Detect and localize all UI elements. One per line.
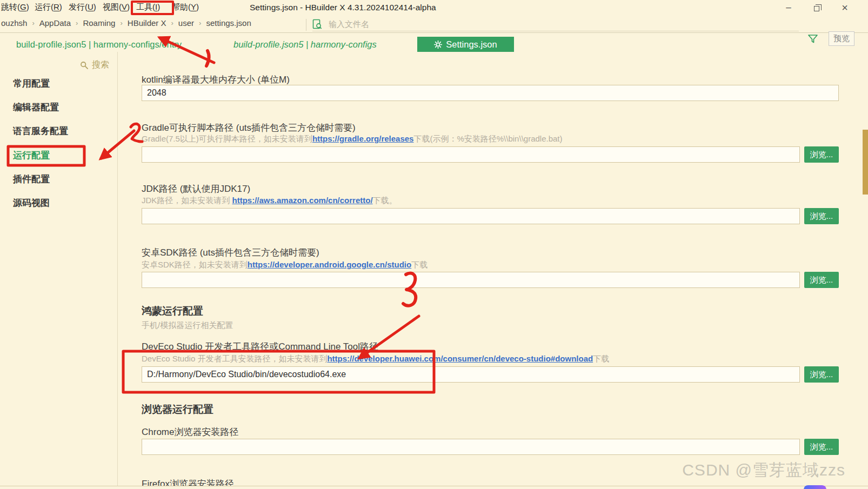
sidebar-divider bbox=[117, 52, 118, 486]
watermark: CSDN @雪芽蓝域zzs bbox=[682, 459, 845, 481]
sidebar-search-label: 搜索 bbox=[92, 59, 109, 71]
tab-bar: build-profile.json5 | harmony-configs/en… bbox=[0, 34, 868, 52]
breadcrumb: ouzhsh › AppData › Roaming › HBuilder X … bbox=[1, 18, 251, 28]
sidebar-item-language-config[interactable]: 语言服务配置 bbox=[13, 125, 68, 137]
breadcrumb-separator: › bbox=[120, 19, 122, 27]
browser-section-title: 浏览器运行配置 bbox=[142, 403, 213, 417]
toolbar-row: ouzhsh › AppData › Roaming › HBuilder X … bbox=[0, 15, 868, 33]
breadcrumb-item[interactable]: AppData bbox=[39, 18, 71, 28]
breadcrumb-separator: › bbox=[171, 19, 173, 27]
menu-item-tools[interactable]: 工具(I) bbox=[136, 2, 160, 12]
scrollbar-thumb[interactable] bbox=[863, 130, 868, 195]
android-studio-link[interactable]: https://developer.android.google.cn/stud… bbox=[248, 260, 411, 269]
menu-item-run[interactable]: 运行(R) bbox=[35, 2, 62, 12]
deveco-path-input[interactable] bbox=[142, 366, 800, 383]
csdn-badge-icon bbox=[804, 485, 826, 489]
minimize-button[interactable]: – bbox=[782, 2, 796, 14]
android-sdk-hint: 安卓SDK路径，如未安装请到https://developer.android.… bbox=[142, 260, 428, 270]
corretto-link[interactable]: https://aws.amazon.com/cn/corretto/ bbox=[232, 196, 373, 205]
android-sdk-label: 安卓SDK路径 (uts插件包含三方仓储时需要) bbox=[142, 246, 319, 259]
jdk-path-hint: JDK路径，如未安装请到 https://aws.amazon.com/cn/c… bbox=[142, 196, 397, 206]
breadcrumb-item[interactable]: ouzhsh bbox=[1, 18, 27, 28]
kotlin-heap-input[interactable] bbox=[142, 85, 839, 101]
gradle-path-input[interactable] bbox=[142, 146, 800, 163]
firefox-path-label: Firefox浏览器安装路径 bbox=[142, 478, 234, 486]
breadcrumb-separator: › bbox=[199, 19, 201, 27]
annotation-number-1 bbox=[206, 51, 209, 66]
jdk-browse-button[interactable]: 浏览... bbox=[804, 208, 839, 224]
chrome-browse-button[interactable]: 浏览... bbox=[804, 439, 839, 455]
deveco-download-link[interactable]: https://developer.huawei.com/consumer/cn… bbox=[327, 354, 593, 363]
chrome-path-input[interactable] bbox=[142, 439, 800, 455]
tab-build-profile-entry[interactable]: build-profile.json5 | harmony-configs/en… bbox=[16, 37, 182, 52]
menu-item-view[interactable]: 视图(V) bbox=[103, 2, 130, 12]
gradle-releases-link[interactable]: https://gradle.org/releases bbox=[312, 134, 414, 143]
breadcrumb-item[interactable]: settings.json bbox=[206, 18, 251, 28]
deveco-path-label: DevEco Studio 开发者工具路径或Command Line Tool路… bbox=[142, 340, 378, 353]
annotation-number-2 bbox=[131, 124, 142, 142]
jdk-path-label: JDK路径 (默认使用JDK17) bbox=[142, 183, 250, 195]
gear-icon bbox=[434, 41, 442, 49]
restore-button[interactable] bbox=[810, 2, 824, 14]
search-icon bbox=[80, 61, 89, 70]
firefox-path-label-clipped: Firefox浏览器安装路径 bbox=[142, 478, 234, 486]
menu-item-goto[interactable]: 跳转(G) bbox=[1, 2, 29, 12]
deveco-path-hint: DevEco Studio 开发者工具安装路径，如未安装请到https://de… bbox=[142, 354, 609, 364]
breadcrumb-item[interactable]: user bbox=[178, 18, 194, 28]
chrome-path-label: Chrome浏览器安装路径 bbox=[142, 426, 238, 438]
sidebar-item-source-view[interactable]: 源码视图 bbox=[13, 197, 50, 209]
tab-settings-json[interactable]: Settings.json bbox=[417, 37, 514, 52]
breadcrumb-item[interactable]: HBuilder X bbox=[128, 18, 166, 28]
restore-icon bbox=[814, 6, 819, 11]
jdk-path-input[interactable] bbox=[142, 208, 800, 224]
android-sdk-input[interactable] bbox=[142, 272, 800, 288]
close-icon: × bbox=[842, 2, 848, 14]
sidebar-item-editor-config[interactable]: 编辑器配置 bbox=[13, 101, 59, 113]
harmony-section-title: 鸿蒙运行配置 bbox=[142, 304, 203, 318]
breadcrumb-separator: › bbox=[76, 19, 78, 27]
close-button[interactable]: × bbox=[838, 2, 852, 14]
file-search-icon bbox=[312, 19, 322, 30]
file-search-input[interactable] bbox=[329, 19, 799, 29]
harmony-section-subtitle: 手机/模拟器运行相关配置 bbox=[142, 320, 233, 331]
sidebar-item-run-config[interactable]: 运行配置 bbox=[13, 149, 50, 162]
sidebar-search[interactable]: 搜索 bbox=[80, 59, 109, 71]
gradle-path-hint: Gradle(7.5以上)可执行脚本路径，如未安装请到https://gradl… bbox=[142, 134, 563, 144]
menu-bar: 跳转(G) 运行(R) 发行(U) 视图(V) 工具(I) 帮助(Y) Sett… bbox=[0, 0, 868, 15]
panel-bottom-divider bbox=[0, 486, 868, 486]
annotation-overlay bbox=[0, 0, 868, 489]
menu-item-publish[interactable]: 发行(U) bbox=[69, 2, 96, 12]
gradle-browse-button[interactable]: 浏览... bbox=[804, 146, 839, 163]
gradle-path-label: Gradle可执行脚本路径 (uts插件包含三方仓储时需要) bbox=[142, 122, 356, 134]
breadcrumb-separator: › bbox=[32, 19, 34, 27]
sidebar-item-common-config[interactable]: 常用配置 bbox=[13, 77, 50, 90]
android-sdk-browse-button[interactable]: 浏览... bbox=[804, 272, 839, 288]
menu-item-help[interactable]: 帮助(Y) bbox=[172, 2, 199, 12]
kotlin-heap-label: kotlin编译器最大堆内存大小 (单位M) bbox=[142, 73, 290, 86]
file-search bbox=[312, 17, 799, 31]
breadcrumb-item[interactable]: Roaming bbox=[83, 18, 115, 28]
deveco-browse-button[interactable]: 浏览... bbox=[804, 366, 839, 383]
window-title: Settings.json - HBuilder X 4.31.20241024… bbox=[250, 3, 436, 12]
sidebar-item-plugin-config[interactable]: 插件配置 bbox=[13, 173, 50, 185]
toolbar-divider bbox=[306, 19, 306, 31]
tab-build-profile-configs[interactable]: build-profile.json5 | harmony-configs bbox=[233, 37, 377, 52]
minimize-icon: – bbox=[786, 2, 791, 13]
hbuilderx-window: 跳转(G) 运行(R) 发行(U) 视图(V) 工具(I) 帮助(Y) Sett… bbox=[0, 0, 868, 489]
